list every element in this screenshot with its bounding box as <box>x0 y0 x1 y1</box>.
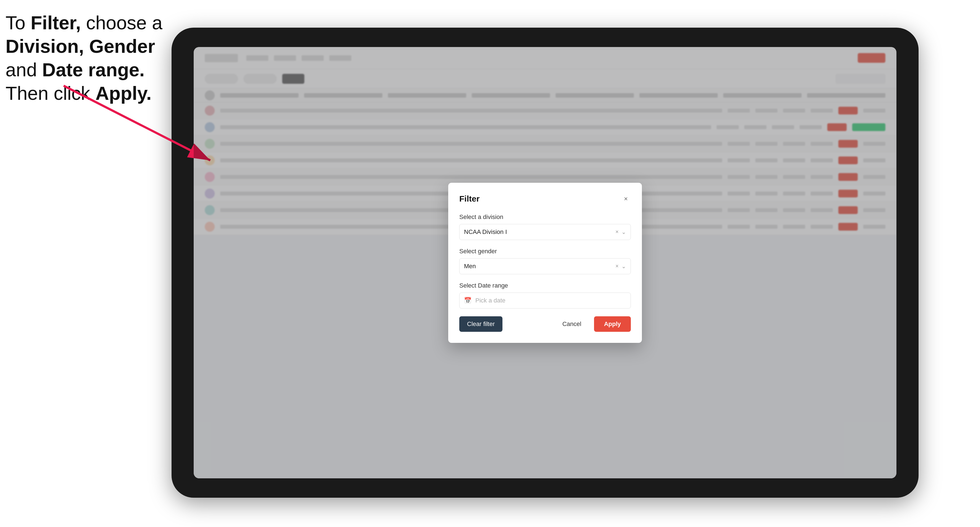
gender-form-group: Select gender Men × ⌄ <box>459 248 631 274</box>
cancel-button[interactable]: Cancel <box>554 316 589 332</box>
modal-overlay: Filter × Select a division NCAA Division… <box>194 47 896 478</box>
instruction-line4: Then click Apply. <box>6 83 152 104</box>
division-selected-value: NCAA Division I <box>464 229 507 236</box>
gender-select-icons: × ⌄ <box>615 263 626 270</box>
gender-label: Select gender <box>459 248 631 255</box>
calendar-icon: 📅 <box>464 297 471 304</box>
instruction-filter-bold: Filter, <box>31 12 81 33</box>
modal-title: Filter <box>459 194 479 203</box>
tablet-screen: Filter × Select a division NCAA Division… <box>194 47 896 478</box>
division-select-icons: × ⌄ <box>615 229 626 235</box>
date-placeholder: Pick a date <box>475 297 506 304</box>
date-form-group: Select Date range 📅 Pick a date <box>459 282 631 309</box>
gender-chevron-icon: ⌄ <box>621 263 626 270</box>
date-label: Select Date range <box>459 282 631 289</box>
gender-clear-icon[interactable]: × <box>615 263 619 269</box>
division-label: Select a division <box>459 213 631 221</box>
instruction-bold4: Apply. <box>95 83 152 104</box>
date-input[interactable]: 📅 Pick a date <box>459 292 631 309</box>
instruction-line1: To Filter, choose a <box>6 12 162 33</box>
modal-header: Filter × <box>459 194 631 204</box>
gender-select[interactable]: Men × ⌄ <box>459 258 631 274</box>
filter-modal: Filter × Select a division NCAA Division… <box>448 183 642 343</box>
tablet-device: Filter × Select a division NCAA Division… <box>172 28 919 498</box>
instruction-bold2: Division, Gender <box>6 36 155 57</box>
modal-close-button[interactable]: × <box>621 194 631 204</box>
apply-button[interactable]: Apply <box>594 316 631 332</box>
division-select[interactable]: NCAA Division I × ⌄ <box>459 224 631 240</box>
instruction-line3: and Date range. <box>6 59 145 80</box>
modal-footer-right: Cancel Apply <box>554 316 631 332</box>
modal-footer: Clear filter Cancel Apply <box>459 316 631 332</box>
division-clear-icon[interactable]: × <box>615 229 619 235</box>
division-chevron-icon: ⌄ <box>621 229 626 235</box>
clear-filter-button[interactable]: Clear filter <box>459 316 503 332</box>
division-form-group: Select a division NCAA Division I × ⌄ <box>459 213 631 240</box>
gender-selected-value: Men <box>464 263 476 270</box>
instruction-bold3: Date range. <box>42 59 145 80</box>
instruction-text: To Filter, choose a Division, Gender and… <box>6 11 166 105</box>
